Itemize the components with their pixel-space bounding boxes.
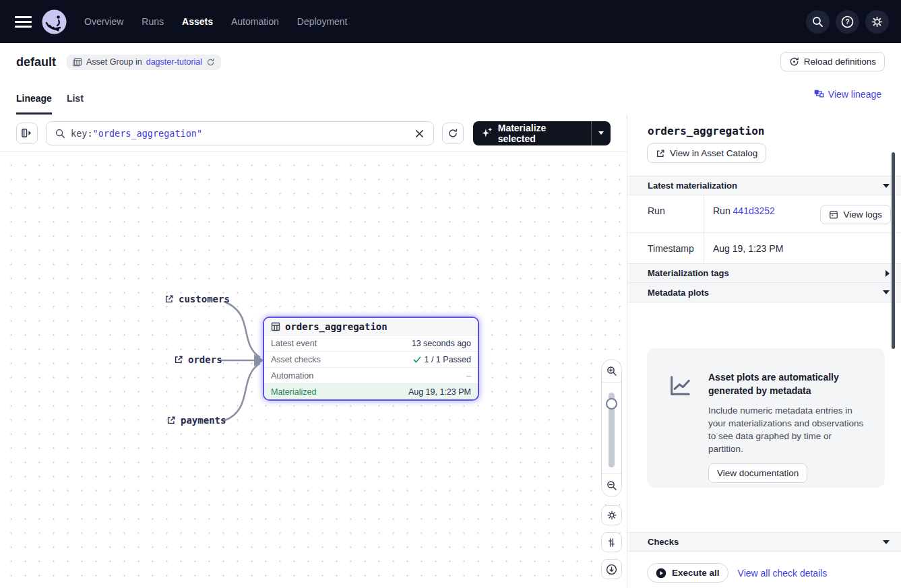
panel-expand-icon: [22, 128, 33, 138]
section-label: Metadata plots: [648, 288, 709, 298]
materialize-selected-button[interactable]: Materialize selected: [473, 121, 611, 145]
nav-item-automation[interactable]: Automation: [231, 16, 279, 27]
chevron-down-icon: [883, 290, 890, 294]
recenter-view-button[interactable]: [601, 559, 622, 579]
external-link-icon: [656, 149, 665, 158]
chevron-down-icon: [598, 131, 604, 135]
line-chart-icon: [667, 370, 694, 488]
timestamp-value: Aug 19, 1:23 PM: [704, 233, 901, 263]
zoom-slider[interactable]: [602, 383, 621, 473]
node-row-automation: Automation –: [264, 368, 478, 384]
chevron-down-icon: [883, 540, 890, 544]
search-query-text: key:"orders_aggregation": [71, 128, 202, 139]
view-all-check-details-link[interactable]: View all check details: [738, 568, 828, 579]
asset-node-payments[interactable]: payments: [166, 415, 226, 426]
check-icon: [413, 356, 421, 364]
execute-all-button[interactable]: Execute all: [647, 563, 728, 583]
asset-node-orders[interactable]: orders: [174, 354, 222, 365]
view-logs-button[interactable]: View logs: [820, 205, 891, 224]
tab-list[interactable]: List: [67, 93, 84, 115]
page-title: default: [16, 55, 56, 69]
zoom-slider-handle[interactable]: [606, 398, 617, 410]
refresh-graph-button[interactable]: [442, 123, 464, 144]
dagster-logo[interactable]: [42, 9, 67, 34]
view-in-catalog-label: View in Asset Catalog: [670, 148, 757, 158]
view-lineage-link[interactable]: View lineage: [814, 89, 881, 100]
sliders-icon: [607, 537, 617, 548]
badge-repo-link[interactable]: dagster-tutorial: [146, 57, 202, 67]
zoom-in-icon: [607, 366, 617, 377]
search-icon: [812, 16, 824, 28]
help-button[interactable]: ?: [836, 10, 859, 34]
plots-card-title: Asset plots are automatically generated …: [708, 370, 867, 398]
search-button[interactable]: [806, 10, 830, 34]
section-label: Materialization tags: [648, 268, 729, 278]
menu-icon[interactable]: [15, 16, 32, 28]
materialize-dropdown-button[interactable]: [592, 121, 611, 145]
logs-icon: [829, 210, 838, 220]
zoom-out-icon: [607, 480, 617, 491]
materialize-label: Materialize selected: [498, 123, 582, 144]
view-in-asset-catalog-button[interactable]: View in Asset Catalog: [647, 143, 766, 163]
view-documentation-button[interactable]: View documentation: [708, 463, 807, 483]
graph-filters-button[interactable]: [601, 532, 622, 552]
app-root: Overview Runs Assets Automation Deployme…: [0, 0, 901, 588]
reload-definitions-button[interactable]: Reload definitions: [780, 52, 885, 71]
lineage-canvas[interactable]: customers orders payments: [0, 152, 627, 588]
asset-name: customers: [179, 294, 230, 304]
zoom-controls: [601, 359, 622, 497]
graph-settings-button[interactable]: [601, 505, 622, 525]
tab-lineage[interactable]: Lineage: [16, 93, 52, 115]
refresh-icon: [447, 128, 458, 139]
plots-card-body: Include numeric metadata entries in your…: [708, 404, 867, 456]
plots-card-text: Asset plots are automatically generated …: [708, 370, 867, 488]
asset-name: orders: [188, 354, 222, 365]
panel-asset-title: orders_aggregation: [648, 125, 901, 137]
node-header: orders_aggregation: [264, 318, 478, 335]
timestamp-row: Timestamp Aug 19, 1:23 PM: [627, 233, 901, 263]
asset-node-orders-aggregation[interactable]: orders_aggregation Latest event 13 secon…: [263, 317, 479, 401]
nav-item-deployment[interactable]: Deployment: [297, 16, 348, 27]
nav-links: Overview Runs Assets Automation Deployme…: [84, 16, 348, 27]
reload-definitions-label: Reload definitions: [804, 57, 876, 67]
checks-footer: Execute all View all check details: [647, 563, 901, 583]
help-icon: ?: [841, 15, 854, 28]
settings-button[interactable]: [865, 10, 889, 34]
section-metadata-plots[interactable]: Metadata plots: [627, 283, 901, 302]
metadata-plots-card: Asset plots are automatically generated …: [647, 348, 885, 488]
nav-item-runs[interactable]: Runs: [142, 16, 164, 27]
run-id-link[interactable]: 441d3252: [733, 205, 775, 216]
zoom-out-button[interactable]: [602, 473, 621, 496]
external-link-icon: [174, 355, 183, 364]
node-row-materialized: Materialized Aug 19, 1:23 PM: [264, 384, 478, 399]
section-latest-materialization[interactable]: Latest materialization: [627, 176, 901, 195]
svg-text:?: ?: [845, 18, 849, 26]
lineage-icon: [814, 90, 824, 100]
search-icon: [55, 129, 65, 139]
asset-search-input[interactable]: key:"orders_aggregation": [46, 121, 434, 145]
refresh-icon: [206, 58, 215, 67]
arrow-down-circle-icon: [606, 564, 617, 575]
asset-node-customers[interactable]: customers: [164, 294, 230, 304]
sparkle-icon: [481, 127, 493, 139]
run-label: Run: [627, 195, 704, 232]
table-icon: [73, 57, 82, 67]
section-materialization-tags[interactable]: Materialization tags: [627, 263, 901, 283]
section-checks[interactable]: Checks: [627, 532, 901, 552]
page-header: default Asset Group in dagster-tutorial …: [0, 43, 901, 81]
node-row-asset-checks: Asset checks 1 / 1 Passed: [264, 352, 478, 368]
top-nav: Overview Runs Assets Automation Deployme…: [0, 0, 901, 43]
view-lineage-label: View lineage: [828, 89, 881, 100]
asset-detail-panel: orders_aggregation View in Asset Catalog…: [627, 115, 901, 588]
section-label: Checks: [648, 537, 679, 547]
sidebar-toggle-button[interactable]: [16, 123, 38, 144]
external-link-icon: [166, 416, 176, 425]
nav-item-overview[interactable]: Overview: [84, 16, 123, 27]
lineage-toolbar: key:"orders_aggregation" Mater: [0, 115, 627, 152]
zoom-in-button[interactable]: [602, 360, 621, 383]
asset-name: payments: [181, 415, 226, 426]
panel-scrollbar-thumb[interactable]: [892, 152, 895, 349]
nav-item-assets[interactable]: Assets: [182, 16, 213, 27]
chevron-right-icon: [886, 270, 890, 277]
clear-search-button[interactable]: [412, 127, 427, 141]
